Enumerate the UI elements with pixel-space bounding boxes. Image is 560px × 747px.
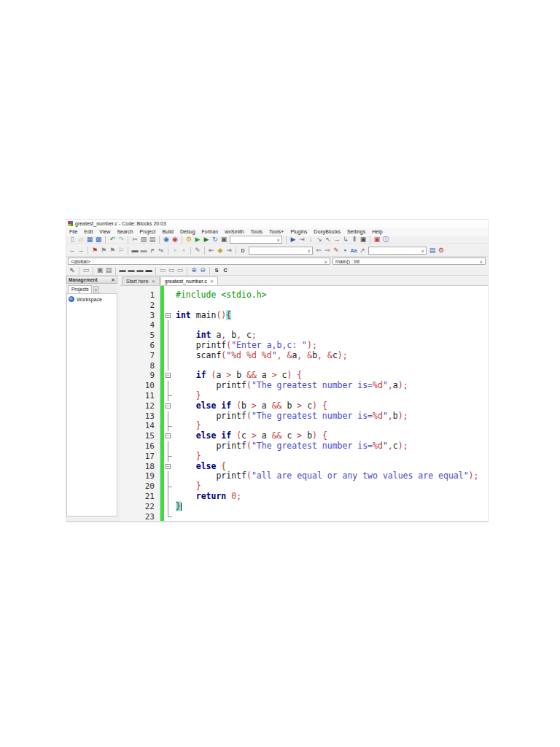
close-icon[interactable]: ✕ bbox=[111, 277, 115, 282]
next-instruction-icon[interactable]: → bbox=[332, 236, 341, 244]
run-icon[interactable]: ▶ bbox=[193, 236, 202, 244]
regex-search-icon[interactable]: ↗ bbox=[358, 247, 367, 255]
threadsearch-combo[interactable]: ∨ bbox=[368, 247, 427, 255]
save-file-icon[interactable]: ▦ bbox=[85, 236, 94, 244]
s-tool-icon[interactable]: S bbox=[212, 266, 221, 275]
next-line-icon[interactable]: ↓ bbox=[306, 236, 315, 244]
search-prev-icon[interactable]: ⇐ bbox=[314, 247, 323, 255]
frame-tool-icon[interactable]: ▭ bbox=[82, 266, 90, 275]
doxy-help-icon[interactable]: ▫ bbox=[179, 247, 188, 255]
function-combo[interactable]: main() : int ∨ bbox=[332, 258, 486, 265]
menu-edit[interactable]: Edit bbox=[84, 229, 93, 234]
step-into-instruction-icon[interactable]: ↳ bbox=[341, 236, 350, 244]
redo-icon[interactable]: ↷ bbox=[117, 236, 125, 244]
bar-tool-1-icon[interactable]: ▬ bbox=[118, 266, 127, 275]
shape-tool-3-icon[interactable]: ▭ bbox=[176, 266, 184, 275]
doxy-block-comment-icon[interactable]: /* bbox=[148, 247, 157, 255]
menu-debug[interactable]: Debug bbox=[180, 229, 195, 234]
pointer-tool-icon[interactable]: ⇖ bbox=[68, 266, 77, 275]
search-next-icon[interactable]: ⇒ bbox=[323, 247, 332, 255]
editor-tab-start-here[interactable]: Start here✕ bbox=[122, 276, 160, 285]
code-text[interactable]: #include <stdio.h>int main(){ int a, b, … bbox=[173, 286, 489, 521]
bar-tool-3-icon[interactable]: ▬ bbox=[136, 266, 144, 275]
image-text-tool-icon[interactable]: ▤ bbox=[104, 266, 113, 275]
find-in-files-icon[interactable]: ▤ bbox=[428, 247, 437, 255]
jump-back-icon[interactable]: ⇤ bbox=[207, 247, 216, 255]
various-info-icon[interactable]: ⓘ bbox=[381, 236, 390, 244]
shape-tool-1-icon[interactable]: ▭ bbox=[158, 266, 167, 275]
doxy-line-comment-icon[interactable]: *< bbox=[157, 247, 166, 255]
fold-toggle-icon[interactable]: – bbox=[164, 401, 173, 411]
nav-back-icon[interactable]: ← bbox=[68, 247, 77, 255]
next-bookmark-icon[interactable]: ⚑ bbox=[108, 247, 117, 255]
menu-fortran[interactable]: Fortran bbox=[202, 229, 219, 234]
tab-projects[interactable]: Projects bbox=[68, 285, 92, 293]
selected-only-icon[interactable]: ▪ bbox=[341, 247, 349, 255]
run-to-cursor-icon[interactable]: ⇥ bbox=[298, 236, 306, 244]
image-tool-icon[interactable]: ▣ bbox=[96, 266, 104, 275]
fold-toggle-icon[interactable]: – bbox=[164, 462, 173, 472]
menu-view[interactable]: View bbox=[99, 229, 110, 234]
step-into-icon[interactable]: ↘ bbox=[315, 236, 324, 244]
menu-settings[interactable]: Settings bbox=[347, 229, 365, 234]
fold-margin[interactable]: ––––– bbox=[164, 286, 173, 521]
abort-build-icon[interactable]: ▣ bbox=[219, 236, 228, 244]
tab-close-icon[interactable]: ✕ bbox=[210, 279, 214, 284]
cut-icon[interactable]: ✂ bbox=[131, 236, 139, 244]
menu-search[interactable]: Search bbox=[117, 229, 133, 234]
menu-help[interactable]: Help bbox=[372, 229, 382, 234]
menu-file[interactable]: File bbox=[69, 229, 77, 234]
nav-forward-icon[interactable]: → bbox=[77, 247, 85, 255]
menu-tools-[interactable]: Tools+ bbox=[269, 229, 284, 234]
block-comment-icon[interactable]: ▬ bbox=[131, 247, 139, 255]
toggle-bookmark-icon[interactable]: ⚑ bbox=[90, 247, 99, 255]
shape-tool-2-icon[interactable]: ▭ bbox=[167, 266, 176, 275]
bar-tool-4-icon[interactable]: ▬ bbox=[144, 266, 153, 275]
menu-doxyblocks[interactable]: DoxyBlocks bbox=[314, 229, 341, 234]
debugging-windows-icon[interactable]: ▣ bbox=[373, 236, 381, 244]
menu-project[interactable]: Project bbox=[140, 229, 156, 234]
menu-plugins[interactable]: Plugins bbox=[290, 229, 307, 234]
workspace-item[interactable]: Workspace bbox=[69, 296, 115, 302]
line-number-gutter[interactable]: 1234567891011121314151617181920212223 bbox=[120, 286, 160, 521]
build-icon[interactable]: ⚙ bbox=[184, 236, 193, 244]
zoom-in-icon[interactable]: ⊕ bbox=[190, 266, 198, 275]
editor-tab-greatest-number-c[interactable]: greatest_number.c✕ bbox=[160, 276, 218, 285]
replace-icon[interactable]: ◉ bbox=[171, 236, 179, 244]
open-file-icon[interactable]: ▱ bbox=[77, 236, 85, 244]
rebuild-icon[interactable]: ↻ bbox=[211, 236, 219, 244]
uncomment-icon[interactable]: ▬ bbox=[139, 247, 148, 255]
new-file-icon[interactable]: ▯ bbox=[68, 236, 77, 244]
fold-toggle-icon[interactable]: – bbox=[164, 311, 173, 321]
extract-docs-icon[interactable]: ✎ bbox=[193, 247, 202, 255]
c-tool-icon[interactable]: C bbox=[221, 266, 230, 275]
highlight-all-icon[interactable]: ✎ bbox=[332, 247, 341, 255]
bar-tool-2-icon[interactable]: ▬ bbox=[127, 266, 136, 275]
clear-bookmarks-icon[interactable]: ⚐ bbox=[117, 247, 125, 255]
menu-wxsmith[interactable]: wxSmith bbox=[225, 229, 244, 234]
search-options-icon[interactable]: ⚙ bbox=[437, 247, 446, 255]
step-out-icon[interactable]: ↖ bbox=[324, 236, 332, 244]
find-icon[interactable]: ◉ bbox=[162, 236, 171, 244]
paste-icon[interactable]: ▤ bbox=[148, 236, 157, 244]
jump-marker-icon[interactable]: ◆ bbox=[216, 247, 225, 255]
menu-tools[interactable]: Tools bbox=[251, 229, 262, 234]
zoom-out-icon[interactable]: ⊖ bbox=[198, 266, 207, 275]
menu-build[interactable]: Build bbox=[162, 229, 174, 234]
fold-toggle-icon[interactable]: – bbox=[164, 431, 173, 441]
build-target-combo[interactable]: ∨ bbox=[230, 236, 282, 244]
build-and-run-icon[interactable]: ▶ bbox=[202, 236, 211, 244]
undo-icon[interactable]: ↶ bbox=[108, 236, 117, 244]
scope-combo[interactable]: <global> ∨ bbox=[68, 258, 330, 265]
stop-debugger-icon[interactable]: ▣ bbox=[359, 236, 368, 244]
editor-area[interactable]: 1234567891011121314151617181920212223 ––… bbox=[120, 286, 489, 521]
doxyblocks-icon[interactable]: D bbox=[238, 247, 247, 255]
fold-toggle-icon[interactable]: – bbox=[164, 371, 173, 381]
insert-comment-icon[interactable]: ▫ bbox=[171, 247, 179, 255]
prev-bookmark-icon[interactable]: ⚑ bbox=[99, 247, 108, 255]
match-case-icon[interactable]: Aa bbox=[349, 247, 358, 255]
copy-icon[interactable]: ▧ bbox=[139, 236, 148, 244]
incremental-search-combo[interactable]: ∨ bbox=[249, 247, 313, 255]
tab-scroll-icon[interactable]: ▸ bbox=[93, 286, 98, 293]
tab-close-icon[interactable]: ✕ bbox=[152, 279, 155, 284]
